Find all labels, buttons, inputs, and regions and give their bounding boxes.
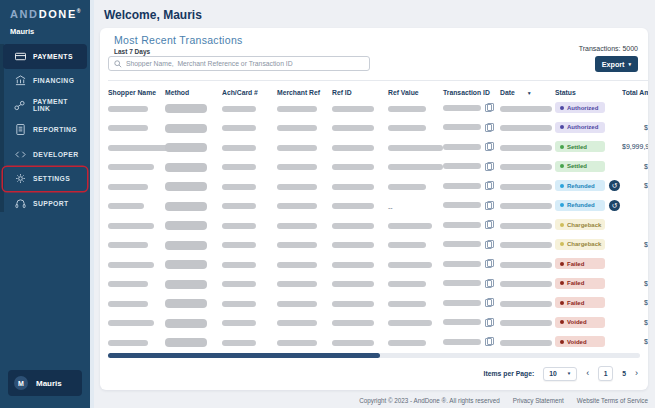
horizontal-scrollbar-thumb[interactable] [108,353,380,358]
status-label: Refunded [567,202,595,208]
sidebar-item-reporting[interactable]: REPORTING [3,118,87,143]
ref-id-placeholder [332,203,374,209]
status-badge: Authorized [555,102,605,113]
cell-ref-value [388,118,443,136]
copy-icon[interactable] [485,181,493,190]
date-placeholder [500,203,552,209]
cell-transaction-id [443,142,500,151]
prev-page-button[interactable]: ‹ [586,369,589,378]
search-bar [108,56,370,71]
copy-icon[interactable] [485,279,493,288]
copy-icon[interactable] [485,201,493,210]
cell-ref-id [332,294,388,312]
table-row: Failed [108,254,648,274]
status-badge: Failed [555,258,605,269]
copy-icon[interactable] [485,162,493,171]
cell-status: Failed [555,297,622,308]
ach-card-placeholder [222,320,256,326]
user-name: Mauris [36,379,62,388]
shopper-name-placeholder [108,242,148,248]
user-avatar: M [14,376,28,390]
main-content: Welcome, Mauris Most Recent Transactions… [90,0,655,408]
ach-card-placeholder [222,145,256,151]
sidebar-item-developer[interactable]: DEVELOPER [3,142,87,167]
transaction-id-placeholder [443,222,481,228]
ach-card-placeholder [222,184,256,190]
sidebar-item-payments[interactable]: PAYMENTS [3,44,87,69]
merchant-ref-placeholder [277,184,317,190]
sidebar-item-label: SETTINGS [33,175,70,182]
status-dot-icon [560,281,564,285]
copy-icon[interactable] [485,298,493,307]
ref-value-placeholder [388,164,443,170]
anddone-logo: ANDDONE® [10,8,81,20]
sidebar-account-name: Mauris [10,27,34,36]
copy-icon[interactable] [485,123,493,132]
sidebar-item-settings[interactable]: SETTINGS [3,167,87,192]
cell-method [165,196,222,214]
sidebar-item-label: PAYMENT LINK [33,98,87,112]
cell-ach-card [222,157,277,175]
merchant-ref-placeholder [277,242,317,248]
copy-icon[interactable] [485,318,493,327]
table-row: Chargeback [108,215,648,235]
method-placeholder [165,319,207,328]
terms-of-service-link[interactable]: Website Terms of Service [577,397,648,404]
copy-icon[interactable] [485,337,493,346]
copy-icon[interactable] [485,103,493,112]
sidebar-item-financing[interactable]: FINANCING [3,69,87,94]
merchant-ref-placeholder [277,262,317,268]
method-placeholder [165,163,207,172]
date-placeholder [500,262,552,268]
status-label: Settled [567,144,587,150]
current-page-button[interactable]: 1 [598,366,613,381]
total-amount-value: $ [622,319,648,326]
table-row: Authorized$ [108,118,648,138]
cell-ach-card [222,294,277,312]
ref-id-placeholder [332,262,374,268]
method-placeholder [165,241,207,250]
search-input[interactable] [126,60,369,67]
cell-shopper-name [108,196,165,214]
status-label: Refunded [567,183,595,189]
cell-merchant-ref [277,255,332,273]
copy-icon[interactable] [485,259,493,268]
ref-value-placeholder [388,262,432,268]
sidebar-item-label: REPORTING [33,126,77,133]
copy-icon[interactable] [485,220,493,229]
date-placeholder [500,340,552,346]
cell-total-amount: $9,999,99 [622,143,648,150]
total-amount-value: $ [622,241,648,248]
transaction-id-placeholder [443,261,481,267]
last-page-button[interactable]: 5 [622,370,626,377]
merchant-ref-placeholder [277,223,317,229]
cell-date [500,294,555,312]
table-body: AuthorizedAuthorized$Settled$9,999,99Set… [108,98,648,352]
items-per-page-select[interactable]: 10 ▼ [543,367,577,381]
magnifier-icon [114,60,122,68]
transaction-id-placeholder [443,319,481,325]
method-placeholder [165,202,207,211]
ref-id-placeholder [332,223,374,229]
cell-status: Refunded↺ [555,180,622,191]
copy-icon[interactable] [485,142,493,151]
sidebar-item-support[interactable]: SUPPORT [3,191,87,216]
cell-ach-card [222,235,277,253]
date-filter-caret-icon[interactable]: ▼ [527,90,532,96]
copy-icon[interactable] [485,240,493,249]
cell-method [165,235,222,253]
sidebar-nav: PAYMENTS FINANCING PAYMENT LINK REPORTIN… [0,44,90,216]
table-row: Failed$ [108,274,648,294]
ref-id-placeholder [332,145,374,151]
sidebar-user-menu[interactable]: M Mauris [8,370,82,396]
privacy-statement-link[interactable]: Privacy Statement [513,397,564,404]
merchant-ref-placeholder [277,145,317,151]
cell-ach-card [222,196,277,214]
ref-id-placeholder [332,125,374,131]
next-page-button[interactable]: › [635,369,638,378]
export-button[interactable]: Export ▾ [595,56,638,72]
sidebar-item-payment-link[interactable]: PAYMENT LINK [3,93,87,118]
cell-status: Settled [555,141,622,152]
items-per-page-label: Items per Page: [484,370,535,377]
sidebar-item-label: FINANCING [33,77,74,84]
